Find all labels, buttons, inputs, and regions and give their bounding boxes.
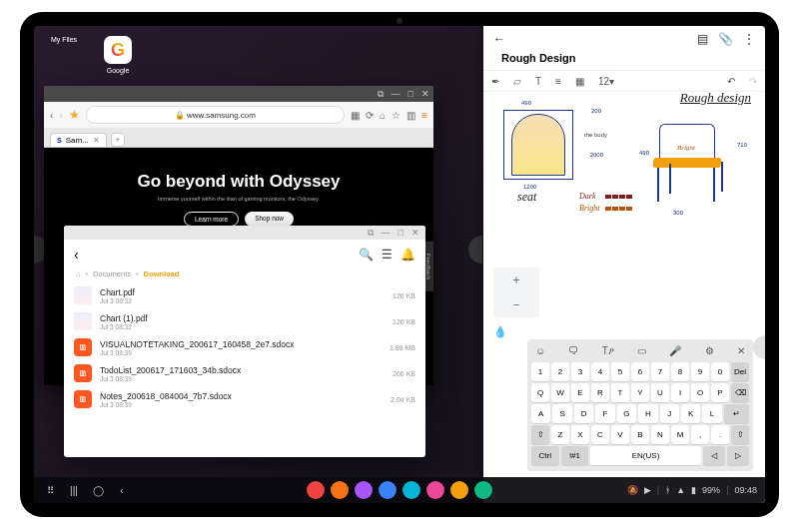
pinned-app-1[interactable] [331,481,349,499]
file-row[interactable]: 🗎VISUALNOTETAKING_200617_160458_2e7.sdoc… [74,334,415,360]
file-row[interactable]: 🗎TodoList_200617_171603_34b.sdocxJul 3 0… [74,360,415,386]
home-nav-icon[interactable]: ◯ [90,482,106,498]
sticker-icon[interactable]: 🗨 [568,345,578,357]
zoom-in-icon[interactable]: ＋ [510,271,522,288]
maximize-icon[interactable]: □ [408,89,413,99]
key-x[interactable]: X [571,425,589,444]
key-e[interactable]: E [571,383,589,402]
home-icon[interactable]: ⌂ [380,110,386,121]
popout-icon[interactable]: ⧉ [368,228,374,239]
key-l[interactable]: L [702,404,721,423]
pinned-app-7[interactable] [474,481,492,499]
key-9[interactable]: 9 [691,362,709,381]
desktop-icon-myfiles[interactable]: ▣ My Files [44,36,84,74]
key-j[interactable]: J [660,404,679,423]
key-c[interactable]: C [591,425,609,444]
key-f[interactable]: F [595,404,614,423]
handwrite-icon[interactable]: Tዖ [602,345,614,357]
table-tool-icon[interactable]: ▦ [575,76,584,87]
text-tool-icon[interactable]: T [535,76,541,87]
key-y[interactable]: Y [631,383,649,402]
qr-icon[interactable]: ▦ [351,110,360,121]
pinned-app-6[interactable] [450,481,468,499]
key-w[interactable]: W [551,383,569,402]
ink-color-icon[interactable]: 💧 [493,325,507,338]
desktop-icon-google[interactable]: G Google [98,36,138,74]
key-backspace[interactable]: ⌫ [731,383,749,402]
reader-icon[interactable]: ▤ [697,32,708,46]
key-o[interactable]: O [691,383,709,402]
attach-icon[interactable]: 📎 [718,32,733,46]
redo-icon[interactable]: ↷ [749,76,757,87]
mute-icon[interactable]: 🔕 [627,485,638,495]
key-n[interactable]: N [651,425,669,444]
window-titlebar[interactable]: ⧉ — □ ✕ [64,226,425,240]
note-canvas[interactable]: Rough design 490 200 2000 1200 the body [483,92,765,242]
tabs-icon[interactable]: ▥ [406,110,415,121]
clipboard-icon[interactable]: ▭ [637,345,646,357]
key-4[interactable]: 4 [591,362,609,381]
key-v[interactable]: V [611,425,629,444]
new-tab-button[interactable]: + [111,133,125,147]
close-icon[interactable]: ✕ [421,89,429,99]
key-7[interactable]: 7 [651,362,669,381]
key-a[interactable]: A [531,404,550,423]
browser-tab[interactable]: S Sam... ✕ [50,133,107,147]
back-icon[interactable]: ‹ [50,110,53,121]
key-s[interactable]: S [552,404,571,423]
align-tool-icon[interactable]: ≡ [555,76,561,87]
key-ctrl[interactable]: Ctrl [531,446,559,465]
edge-panel-mid[interactable] [468,236,482,264]
search-icon[interactable]: 🔍 [359,248,374,262]
key-m[interactable]: M [671,425,689,444]
key-space[interactable]: EN(US) [590,446,701,465]
url-input[interactable]: 🔒 www.samsung.com [86,106,345,124]
key-q[interactable]: Q [531,383,549,402]
notifications-icon[interactable]: 🔔 [400,248,415,262]
view-list-icon[interactable]: ☰ [382,248,393,262]
pinned-app-2[interactable] [355,481,373,499]
key-shift-left[interactable]: ⇧ [531,425,549,444]
key-p[interactable]: P [711,383,729,402]
key-z[interactable]: Z [551,425,569,444]
apps-grid-icon[interactable]: ⠿ [42,482,58,498]
key-i[interactable]: I [671,383,689,402]
minimize-icon[interactable]: — [392,89,400,99]
key-left[interactable]: ◁ [703,446,725,465]
key-d[interactable]: D [574,404,593,423]
crumb-home[interactable]: ⌂ [76,269,81,278]
key-right[interactable]: ▷ [727,446,749,465]
settings-icon[interactable]: ⚙ [705,345,714,357]
key-3[interactable]: 3 [571,362,589,381]
pinned-app-4[interactable] [402,481,420,499]
key-r[interactable]: R [591,383,609,402]
file-row[interactable]: 🗎Notes_200618_084004_7b7.sdocxJul 3 08:3… [74,386,415,412]
voice-icon[interactable]: 🎤 [669,345,681,357]
pinned-app-5[interactable] [426,481,444,499]
key-shift-right[interactable]: ⇧ [731,425,749,444]
key-period[interactable]: . [711,425,729,444]
key-6[interactable]: 6 [631,362,649,381]
close-icon[interactable]: ✕ [411,228,419,238]
menu-icon[interactable]: ≡ [421,110,427,121]
more-icon[interactable]: ⋮ [743,32,755,46]
back-nav-icon[interactable]: ‹ [114,482,130,498]
pinned-app-3[interactable] [379,481,397,499]
pinned-app-0[interactable] [307,481,325,499]
key-5[interactable]: 5 [611,362,629,381]
emoji-icon[interactable]: ☺ [535,345,545,357]
zoom-out-icon[interactable]: － [510,296,522,313]
keyboard-close-icon[interactable]: ✕ [737,345,745,357]
key-b[interactable]: B [631,425,649,444]
key-0[interactable]: 0 [711,362,729,381]
learn-more-button[interactable]: Learn more [184,212,239,227]
forward-icon[interactable]: › [59,110,62,121]
cast-icon[interactable]: ▶ [644,485,651,495]
window-titlebar[interactable]: ⧉ — □ ✕ [44,86,433,102]
key-enter[interactable]: ↵ [724,404,749,423]
note-title[interactable]: Rough Design [483,52,765,70]
file-row[interactable]: Chart (1).pdfJul 3 08:32126 KB [74,308,415,334]
key-1[interactable]: 1 [531,362,549,381]
maximize-icon[interactable]: □ [399,228,403,238]
back-icon[interactable]: ‹ [74,247,79,263]
